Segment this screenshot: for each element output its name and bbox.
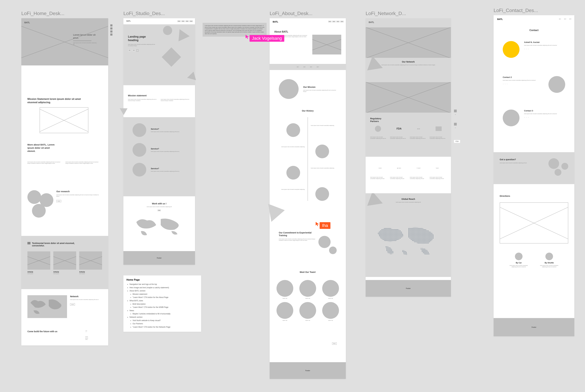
- anno-icon[interactable]: [454, 110, 457, 112]
- history-title-box: Our History: [270, 110, 346, 112]
- article-card[interactable]: Article lorem ipsum: [79, 252, 102, 274]
- nav-item[interactable]: link: [328, 21, 332, 22]
- header-bar: BATL: [366, 18, 451, 28]
- col: lorem ipsum dolor sit amet consectetur a…: [66, 161, 101, 164]
- note-sub: Brief description: [133, 302, 198, 306]
- nav-item[interactable]: link: [336, 21, 340, 22]
- socials[interactable]: ○ ○ ○: [524, 48, 565, 50]
- question-row: Got a question? lorem ipsum dolor sit am…: [494, 152, 574, 170]
- team-member[interactable]: name role: [299, 280, 317, 299]
- body: lorem ipsum dolor sit amet consectetur a…: [538, 265, 560, 268]
- socials[interactable]: ○ ○ ○: [524, 116, 565, 118]
- service-body: lorem ipsum dolor sit amet consectetur a…: [151, 131, 179, 132]
- tab[interactable]: tab1: [297, 66, 299, 68]
- note-item: Navigation bar and logo at the top: [130, 283, 198, 286]
- directions-row: By Car lorem ipsum dolor sit amet consec…: [503, 252, 565, 268]
- nav-item[interactable]: link: [177, 20, 181, 22]
- nav-item[interactable]: link: [340, 21, 344, 22]
- side-icon[interactable]: [110, 24, 112, 26]
- work-button[interactable]: btn: [158, 210, 161, 211]
- circle: [548, 158, 559, 169]
- question-band: Got a question? lorem ipsum dolor sit am…: [494, 152, 574, 184]
- team-member[interactable]: name role: [276, 280, 294, 299]
- timeline-node: [315, 187, 329, 201]
- side-icon[interactable]: [110, 28, 112, 30]
- col: lorem ipsum dolor sit amet consectetur a…: [410, 176, 427, 179]
- timeline-node: [286, 123, 300, 137]
- team-member[interactable]: name role: [322, 302, 340, 321]
- team-member[interactable]: name role: [299, 302, 317, 321]
- tab[interactable]: tab2: [303, 66, 306, 68]
- nav-item[interactable]: link: [185, 20, 189, 22]
- frame-studio[interactable]: BATL link link link link Landing page he…: [123, 18, 195, 265]
- close-icon[interactable]: [136, 50, 138, 52]
- fda-note[interactable]: FDA: [454, 140, 460, 143]
- network-title: Network: [70, 295, 101, 298]
- frame-about[interactable]: BATL link link link link About BATL lore…: [270, 18, 346, 379]
- sticky-note[interactable]: Lorem ipsum dolor sit amet consectetur a…: [203, 23, 266, 37]
- quote-icon: [28, 242, 31, 244]
- note-item: Hero image and text (maybe a catchy stat…: [130, 286, 198, 290]
- frame-label-studio[interactable]: LoFi_Studio_Des...: [123, 11, 165, 16]
- map-image[interactable]: [500, 202, 568, 244]
- next-button[interactable]: Next: [332, 342, 337, 345]
- hero-heading-box: Landing page heading lorem ipsum dolor s…: [128, 35, 155, 52]
- hero-btn[interactable]: btn: [128, 50, 131, 52]
- team-title-box: Meet Our Team!: [270, 271, 346, 273]
- hero-bg: Landing page heading lorem ipsum dolor s…: [123, 24, 195, 85]
- network-row: Network lorem ipsum dolor sit amet conse…: [28, 295, 101, 318]
- mission-row: Our Mission lorem ipsum dolor sit amet c…: [279, 79, 337, 99]
- logo: BATL: [273, 20, 278, 23]
- frame-contact[interactable]: BATL tab1 tab2 tab3 Contact Ashell N. Au…: [494, 15, 574, 336]
- shape-triangle: [118, 105, 128, 115]
- name: name role: [299, 320, 317, 321]
- article-sub: lorem ipsum: [53, 273, 76, 274]
- article-sub: lorem ipsum: [28, 273, 50, 274]
- reg-inner: Regulatory Partners FDA abcde lorem ipsu…: [366, 112, 451, 144]
- tab[interactable]: tab4: [317, 66, 319, 68]
- anno-icon[interactable]: [454, 123, 457, 126]
- mission-block: Mission Statement lorem ipsum dolor sit …: [28, 98, 101, 133]
- article-card[interactable]: Article lorem ipsum: [53, 252, 76, 274]
- frame-home[interactable]: BATL Lorem ipsum dolor sit amet. lorem i…: [21, 18, 108, 346]
- nav-item[interactable]: link: [181, 20, 185, 22]
- nav-item[interactable]: tab2: [564, 18, 566, 20]
- frame-label-home[interactable]: LoFi_Home_Desk...: [21, 11, 65, 16]
- team-title: Meet Our Team!: [270, 271, 346, 273]
- service-icon: [133, 163, 146, 176]
- service-text: Service? lorem ipsum dolor sit amet cons…: [151, 168, 179, 172]
- socials[interactable]: ○ ○ ○: [503, 83, 544, 85]
- frame-label-network[interactable]: LoFi_Network_D...: [366, 11, 406, 16]
- nav: tab1 tab2 tab3: [559, 18, 571, 20]
- nav-item[interactable]: link: [189, 20, 193, 22]
- nav-item[interactable]: tab1: [559, 18, 561, 20]
- footer: Footer: [123, 251, 195, 265]
- nav-item[interactable]: link: [332, 21, 336, 22]
- service-icon: [133, 123, 146, 137]
- footer: Footer: [494, 318, 574, 336]
- frame-label-contact[interactable]: LoFi_Contact_Des...: [494, 8, 538, 13]
- tab[interactable]: tab3: [310, 66, 312, 68]
- learn-more-button[interactable]: more: [56, 200, 61, 202]
- cols: lorem ipsum dolor sit amet consectetur a…: [370, 176, 446, 179]
- team-member[interactable]: name role: [276, 302, 294, 321]
- regulatory-band: Regulatory Partners FDA abcde lorem ipsu…: [366, 112, 451, 157]
- network-title-band: Our Network lorem ipsum dolor sit amet c…: [366, 58, 451, 82]
- article-card[interactable]: Article lorem ipsum: [28, 252, 50, 274]
- mission-icon: [279, 79, 299, 99]
- timeline-text: lorem ipsum dolor sit amet consectetur a…: [279, 146, 305, 148]
- frame-network[interactable]: BATL Our Network lorem ipsum dolor sit a…: [366, 18, 451, 297]
- nav-item[interactable]: tab3: [569, 18, 571, 20]
- timeline-line: [308, 117, 308, 201]
- side-icon[interactable]: [110, 34, 112, 36]
- col: lorem ipsum dolor sit amet consectetur a…: [161, 98, 190, 101]
- avatar: [276, 302, 293, 319]
- notes-card[interactable]: Home Page Navigation bar and logo at the…: [123, 276, 201, 332]
- network-button[interactable]: more: [70, 303, 75, 306]
- hero-btn[interactable]: btn: [132, 50, 136, 52]
- team-member[interactable]: name role: [322, 280, 340, 299]
- side-icon[interactable]: [110, 30, 112, 32]
- service-text: Service? lorem ipsum dolor sit amet cons…: [151, 128, 179, 132]
- commitment: Our Commitment to Experiential Training …: [279, 231, 337, 241]
- frame-label-about[interactable]: LoFi_About_Desk...: [270, 11, 313, 16]
